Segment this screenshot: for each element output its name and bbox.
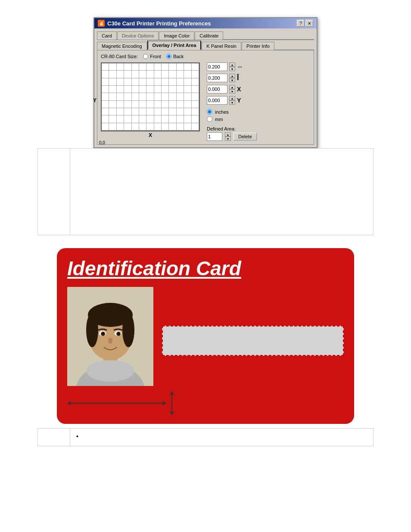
id-card-photo [67,287,153,386]
delete-button[interactable]: Delete [234,133,257,140]
width-up-btn[interactable]: ▲ [229,62,235,67]
tab-image-color[interactable]: Image Color [159,31,194,40]
dialog-controls: ? ✕ [297,20,313,27]
grid-cell [154,115,162,123]
x-down-btn[interactable]: ▼ [229,89,235,93]
radio-front-input[interactable] [143,54,148,59]
defined-area-up-btn[interactable]: ▲ [225,132,231,137]
right-content-box [70,149,373,235]
height-row: ▲ ▼ Ī [207,74,310,82]
tab-calibrate[interactable]: Calibrate [195,31,223,40]
height-down-btn[interactable]: ▼ [229,78,235,82]
dialog-titlebar: 🖨 C30e Card Printer Printing Preferences… [94,18,317,28]
height-input[interactable] [207,74,227,82]
app-icon: 🖨 [98,20,105,27]
arrow-line-h [71,403,163,404]
grid-container: Y X 0,0 [101,62,200,138]
grid-cell [169,123,176,131]
id-card-right [162,287,344,356]
grid-cell [102,123,109,131]
grid-cell [117,93,124,100]
height-up-btn[interactable]: ▲ [229,74,235,78]
grid-cell [117,71,124,78]
grid-cell [169,78,176,86]
mm-radio[interactable] [207,116,212,122]
width-icon: ↔ [237,63,243,70]
radio-group: Front Back [143,54,184,59]
svg-point-14 [118,333,120,334]
width-down-btn[interactable]: ▼ [229,67,235,71]
svg-point-8 [122,313,134,347]
grid-cell [184,108,191,115]
width-input[interactable] [207,62,227,71]
y-input[interactable] [207,96,227,105]
arrow-head-left [67,401,71,405]
grid-cell [109,123,116,131]
defined-area-input[interactable] [207,132,222,141]
radio-back-label: Back [173,54,184,59]
defined-area-spinner: ▲ ▼ [225,132,231,141]
grid-cell [162,123,169,131]
grid-cell [132,63,139,71]
tab-row-2: Magnetic Encoding Overlay / Print Area K… [97,40,314,50]
defined-area-controls: ▲ ▼ Delete [207,132,310,141]
grid-cell [169,115,176,123]
grid-cell [184,86,191,93]
grid-cell [184,71,191,78]
grid-cell [124,78,131,86]
radio-back[interactable]: Back [166,54,184,59]
grid-cell [184,63,191,71]
radio-front[interactable]: Front [143,54,161,59]
arrow-line-v [171,395,172,412]
grid-cell [154,63,162,71]
mm-row[interactable]: mm [207,116,310,122]
grid-cell [117,101,124,108]
grid-cell [177,71,184,78]
inches-radio[interactable] [207,109,212,115]
tab-k-panel-resin[interactable]: K Panel Resin [202,42,241,50]
x-up-btn[interactable]: ▲ [229,85,235,89]
y-up-btn[interactable]: ▲ [229,96,235,100]
arrow-head-right [163,401,166,405]
svg-point-13 [103,333,104,334]
width-row: ▲ ▼ ↔ [207,62,310,71]
x-icon: X [237,86,241,93]
grid-cell [102,101,109,108]
y-down-btn[interactable]: ▼ [229,100,235,105]
cr80-row: CR-80 Card Size: Front Back [101,54,310,59]
help-button[interactable]: ? [297,20,305,27]
tab-card[interactable]: Card [97,31,117,40]
tab-magnetic-encoding[interactable]: Magnetic Encoding [97,42,147,50]
close-button[interactable]: ✕ [305,20,313,27]
grid-cell [192,108,199,115]
mm-label: mm [215,117,223,122]
grid-cell [177,86,184,93]
grid-cell [109,86,116,93]
grid-cell [102,108,109,115]
grid-cell [162,78,169,86]
tab-device-options[interactable]: Device Options [117,31,159,40]
grid-cell [162,115,169,123]
tab-overlay-print-area[interactable]: Overlay / Print Area [147,40,202,50]
radio-back-input[interactable] [166,54,171,59]
grid-cell [124,108,131,115]
arrow-head-up [170,391,174,395]
defined-area-down-btn[interactable]: ▼ [225,137,231,141]
grid-cell [192,86,199,93]
x-input[interactable] [207,85,227,93]
grid-cell [154,78,162,86]
grid-cell [192,78,199,86]
grid-cell [169,63,176,71]
inches-row[interactable]: inches [207,109,310,115]
grid-cell [124,115,131,123]
tab-printer-info[interactable]: Printer Info [242,42,274,50]
grid-cell [102,93,109,100]
grid-cell [117,108,124,115]
main-area: Y X 0,0 ▲ ▼ ↔ [101,62,310,141]
unit-group: inches mm [207,109,310,122]
grid-cell [109,101,116,108]
grid-cell [146,115,154,123]
grid-cell [184,93,191,100]
grid-cell [139,93,146,100]
grid-cell [102,115,109,123]
